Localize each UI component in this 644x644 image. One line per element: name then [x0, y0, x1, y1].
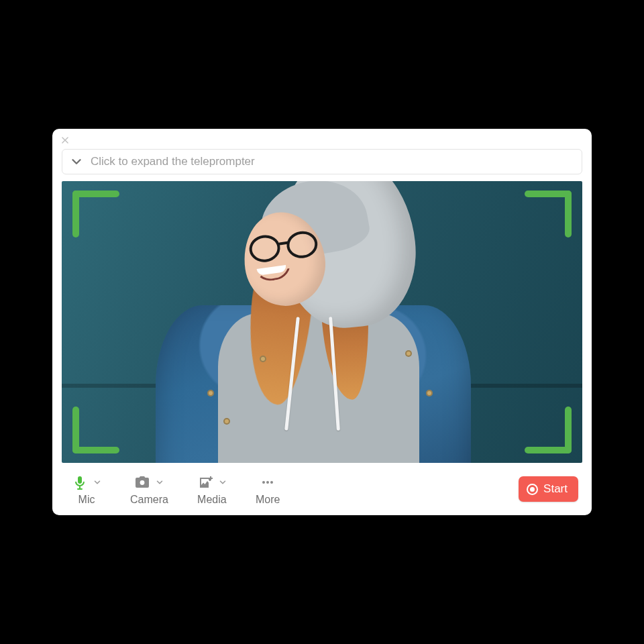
- more-button[interactable]: [259, 474, 276, 491]
- chevron-down-icon: [155, 478, 164, 487]
- chevron-down-icon: [69, 154, 84, 169]
- media-button[interactable]: [197, 474, 227, 491]
- mic-control: Mic: [71, 474, 102, 506]
- camera-icon: [133, 474, 151, 491]
- image-plus-icon: [197, 474, 214, 491]
- more-horizontal-icon: [259, 474, 276, 491]
- svg-rect-2: [79, 486, 80, 488]
- camera-button[interactable]: [133, 474, 164, 491]
- safe-area-corner-bottom-left: [72, 407, 119, 453]
- camera-label: Camera: [130, 494, 168, 506]
- teleprompter-expand-bar[interactable]: Click to expand the teleprompter: [62, 149, 582, 174]
- more-label: More: [256, 494, 280, 506]
- toolbar-controls: Mic Camera: [71, 474, 280, 506]
- safe-area-corner-bottom-right: [525, 407, 572, 453]
- media-control: Media: [197, 474, 227, 506]
- camera-preview: [62, 181, 582, 463]
- chevron-down-icon: [93, 478, 102, 487]
- more-control: More: [256, 474, 280, 506]
- svg-rect-3: [77, 488, 83, 490]
- record-icon: [527, 484, 538, 495]
- chevron-down-icon: [218, 478, 227, 487]
- safe-area-corner-top-right: [525, 191, 572, 237]
- svg-point-9: [270, 481, 273, 484]
- camera-control: Camera: [130, 474, 168, 506]
- media-label: Media: [197, 494, 227, 506]
- svg-point-8: [266, 481, 269, 484]
- teleprompter-placeholder: Click to expand the teleprompter: [91, 155, 255, 168]
- microphone-icon: [71, 474, 89, 491]
- recorder-toolbar: Mic Camera: [52, 463, 592, 506]
- start-recording-button[interactable]: Start: [519, 476, 578, 502]
- start-button-label: Start: [543, 482, 568, 496]
- svg-point-4: [140, 480, 145, 485]
- recorder-window: Click to expand the teleprompter: [52, 129, 592, 515]
- mic-button[interactable]: [71, 474, 102, 491]
- safe-area-corner-top-left: [72, 191, 119, 237]
- mic-label: Mic: [78, 494, 95, 506]
- svg-point-7: [262, 481, 265, 484]
- svg-rect-6: [209, 478, 213, 479]
- close-icon[interactable]: [59, 134, 71, 146]
